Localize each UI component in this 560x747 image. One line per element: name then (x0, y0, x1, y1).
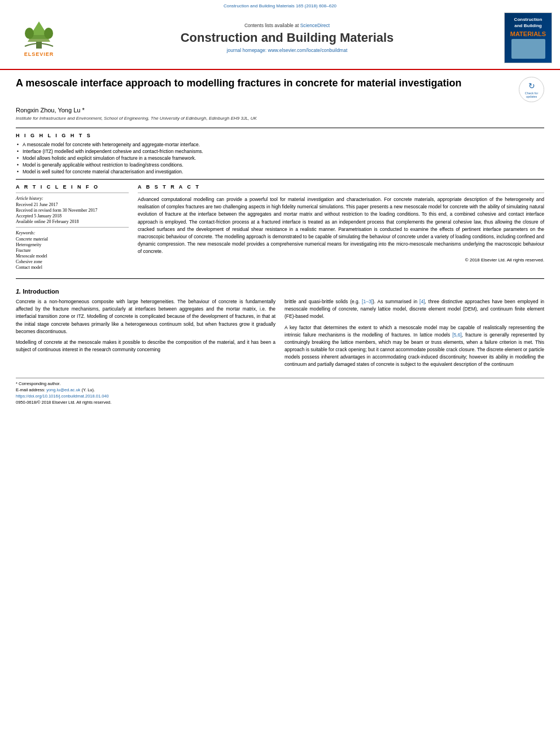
intro-section-num: 1. (16, 288, 21, 295)
intro-para-2: Modelling of concrete at the mesoscale m… (16, 339, 275, 353)
article-history-label: Article history: (16, 196, 129, 201)
section-divider-2 (16, 179, 544, 180)
keyword-1: Concrete material (16, 237, 129, 242)
journal-logo-box: Construction and Building MATERIALS (504, 12, 552, 63)
elsevier-logo: ELSEVIER (8, 19, 70, 57)
list-item: Model is well suited for concrete materi… (16, 169, 544, 174)
contents-available-line: Contents lists available at ScienceDirec… (76, 23, 498, 28)
list-item: Interface (ITZ) modelled with independen… (16, 148, 544, 154)
logo-title-text: Construction and Building (514, 17, 542, 29)
article-info-divider-1 (16, 193, 129, 193)
history-item-3: Accepted 5 January 2018 (16, 213, 129, 219)
intro-section-title: Introduction (23, 288, 59, 295)
page: Construction and Building Materials 165 … (0, 0, 560, 747)
journal-header: Construction and Building Materials 165 … (0, 0, 560, 70)
journal-citation: Construction and Building Materials 165 … (224, 3, 336, 8)
affiliation-line: Institute for Infrastructure and Environ… (16, 116, 544, 121)
svg-point-5 (44, 28, 53, 39)
homepage-text: journal homepage: www.elsevier.com/locat… (227, 47, 348, 53)
article-info-col: A R T I C L E I N F O Article history: R… (16, 184, 129, 270)
highlights-list: A mesoscale model for concrete with hete… (16, 142, 544, 174)
elsevier-brand-text: ELSEVIER (24, 51, 54, 57)
intro-heading: 1. Introduction (16, 288, 544, 295)
list-item: A mesoscale model for concrete with hete… (16, 142, 544, 147)
svg-rect-0 (36, 42, 42, 49)
header-flex: ELSEVIER Contents lists available at Sci… (0, 10, 560, 65)
logo-image-area (511, 39, 545, 59)
abstract-text: Advanced computational modelling can pro… (138, 196, 544, 255)
svg-point-4 (25, 28, 34, 39)
article-info-label: A R T I C L E I N F O (16, 184, 129, 190)
footnote-email: E-mail address: yong.lu@ed.ac.uk (Y. Lu)… (16, 387, 544, 392)
highlights-heading: H I G H L I G H T S (16, 133, 544, 138)
keyword-3: Fracture (16, 248, 129, 253)
copyright-line: © 2018 Elsevier Ltd. All rights reserved… (138, 257, 544, 263)
list-item: Model allows holistic and explicit simul… (16, 155, 544, 161)
intro-section: 1. Introduction Concrete is a non-homoge… (16, 288, 544, 372)
ref-4: [4] (419, 299, 425, 304)
ref-1-3: [1–3] (362, 299, 373, 304)
footnote-doi-link[interactable]: https://doi.org/10.1016/j.conbuildmat.20… (16, 394, 109, 399)
elsevier-tree-icon (19, 19, 59, 50)
history-item-4: Available online 20 February 2018 (16, 219, 129, 224)
keyword-5: Cohesive zone (16, 259, 129, 264)
list-item: Model is generally applicable without re… (16, 162, 544, 168)
intro-para-4: A key factor that determines the extent … (285, 324, 544, 369)
journal-homepage: journal homepage: www.elsevier.com/locat… (76, 47, 498, 53)
science-direct-link[interactable]: ScienceDirect (300, 23, 330, 28)
abstract-col: A B S T R A C T Advanced computational m… (138, 184, 544, 270)
footnote-issn: 0950-0618/© 2018 Elsevier Ltd. All right… (16, 400, 544, 405)
check-updates-badge: ↻ Check for updates (519, 77, 544, 102)
abstract-divider (138, 193, 544, 193)
logo-materials-text: MATERIALS (510, 30, 546, 37)
title-row: A mesoscale interface approach to modell… (16, 77, 544, 102)
footnote-doi-line: https://doi.org/10.1016/j.conbuildmat.20… (16, 394, 544, 399)
intro-para-3: brittle and quasi-brittle solids (e.g. [… (285, 298, 544, 321)
contents-text: Contents lists available at (244, 23, 299, 28)
authors-line: Rongxin Zhou, Yong Lu * (16, 107, 544, 113)
history-item-1: Received 21 June 2017 (16, 202, 129, 207)
keyword-6: Contact model (16, 265, 129, 270)
footnote-email-prefix: E-mail address: (16, 387, 45, 392)
article-info-abstract-section: A R T I C L E I N F O Article history: R… (16, 184, 544, 270)
article-title: A mesoscale interface approach to modell… (16, 77, 513, 90)
footnote-area: * Corresponding author. E-mail address: … (16, 378, 544, 405)
intro-para-1: Concrete is a non-homogeneous composite … (16, 298, 275, 335)
abstract-label: A B S T R A C T (138, 184, 544, 190)
keyword-2: Heterogeneity (16, 242, 129, 247)
footnote-email-suffix: (Y. Lu). (81, 387, 95, 392)
footnote-email-link[interactable]: yong.lu@ed.ac.uk (46, 387, 80, 392)
history-item-2: Received in revised form 30 November 201… (16, 208, 129, 213)
article-info-divider-2 (16, 227, 129, 228)
ref-5-6: [5,6] (452, 332, 462, 338)
intro-body-cols: Concrete is a non-homogeneous composite … (16, 298, 544, 372)
section-divider-1 (16, 128, 544, 128)
doi-line: Construction and Building Materials 165 … (0, 0, 560, 10)
keywords-label: Keywords: (16, 230, 129, 235)
section-divider-3 (16, 278, 544, 279)
check-updates-label: Check for updates (519, 91, 544, 98)
footnote-corresponding: * Corresponding author. (16, 381, 544, 386)
journal-title: Construction and Building Materials (76, 30, 498, 45)
article-body: A mesoscale interface approach to modell… (0, 70, 560, 413)
intro-left-col: Concrete is a non-homogeneous composite … (16, 298, 275, 372)
keyword-4: Mesoscale model (16, 254, 129, 259)
header-center: Contents lists available at ScienceDirec… (70, 23, 504, 53)
intro-right-col: brittle and quasi-brittle solids (e.g. [… (285, 298, 544, 372)
